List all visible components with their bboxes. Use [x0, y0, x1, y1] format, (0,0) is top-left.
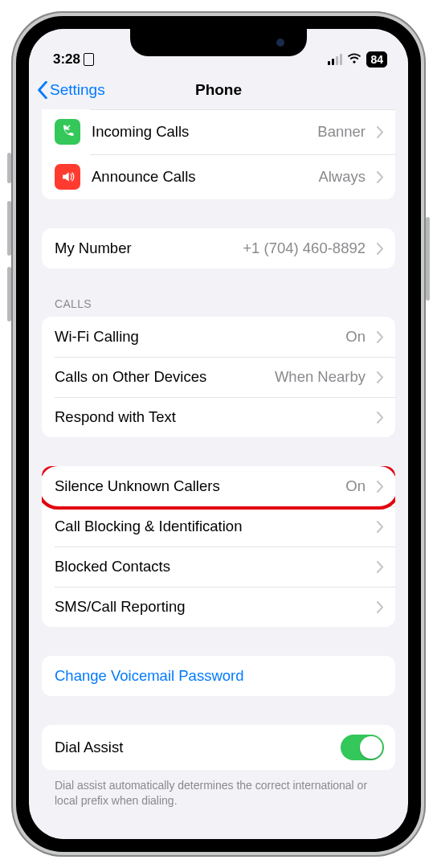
status-time: 3:28: [53, 51, 80, 68]
row-wifi-calling[interactable]: Wi-Fi Calling On: [42, 317, 395, 357]
row-label: Announce Calls: [92, 168, 307, 186]
chevron-right-icon: [377, 601, 384, 613]
battery-indicator: 84: [366, 51, 387, 68]
phone-incoming-icon: [55, 119, 80, 145]
chevron-right-icon: [377, 126, 384, 138]
row-dial-assist[interactable]: Dial Assist: [42, 725, 395, 770]
row-label: Silence Unknown Callers: [55, 477, 334, 495]
phone-frame: 3:28 84 Settings Phone: [11, 11, 426, 857]
nav-bar: Settings Phone: [29, 71, 408, 109]
row-my-number[interactable]: My Number +1 (704) 460-8892: [42, 228, 395, 268]
chevron-right-icon: [377, 561, 384, 573]
row-calls-other-devices[interactable]: Calls on Other Devices When Nearby: [42, 357, 395, 397]
chevron-right-icon: [377, 243, 384, 255]
row-value: Banner: [317, 123, 366, 141]
dial-assist-footer: Dial assist automatically determines the…: [29, 773, 408, 809]
row-label: My Number: [55, 240, 231, 257]
cell-signal-icon: [328, 54, 342, 65]
back-button[interactable]: Settings: [37, 81, 105, 99]
row-announce-calls[interactable]: Announce Calls Always: [42, 154, 395, 199]
row-value: Always: [318, 168, 366, 186]
section-header-calls: Calls: [29, 297, 408, 317]
row-value: +1 (704) 460-8892: [243, 240, 366, 257]
row-label: Wi-Fi Calling: [55, 328, 334, 346]
row-label: Calls on Other Devices: [55, 368, 263, 386]
row-change-voicemail-password[interactable]: Change Voicemail Password: [42, 656, 395, 696]
row-silence-unknown-callers[interactable]: Silence Unknown Callers On: [42, 466, 395, 506]
blocking-group: Silence Unknown Callers On Call Blocking…: [42, 466, 395, 627]
row-label: Dial Assist: [55, 739, 329, 756]
sim-icon: [84, 53, 94, 66]
chevron-right-icon: [377, 171, 384, 183]
chevron-right-icon: [377, 371, 384, 383]
row-blocked-contacts[interactable]: Blocked Contacts: [42, 547, 395, 587]
chevron-right-icon: [377, 331, 384, 343]
row-label: Respond with Text: [55, 408, 366, 426]
row-respond-with-text[interactable]: Respond with Text: [42, 397, 395, 437]
announce-icon: [55, 164, 80, 190]
row-sms-call-reporting[interactable]: SMS/Call Reporting: [42, 587, 395, 627]
row-incoming-calls[interactable]: Incoming Calls Banner: [42, 109, 395, 154]
row-label: Call Blocking & Identification: [55, 518, 366, 535]
row-label: Blocked Contacts: [55, 558, 366, 575]
row-call-blocking-identification[interactable]: Call Blocking & Identification: [42, 506, 395, 547]
row-label: Change Voicemail Password: [55, 667, 384, 685]
row-label: SMS/Call Reporting: [55, 598, 366, 616]
dial-assist-switch[interactable]: [341, 735, 384, 760]
screen: 3:28 84 Settings Phone: [29, 29, 408, 839]
chevron-left-icon: [37, 81, 48, 99]
row-value: On: [345, 477, 366, 495]
chevron-right-icon: [377, 481, 384, 493]
row-value: When Nearby: [275, 368, 366, 386]
row-label: Incoming Calls: [92, 123, 306, 141]
chevron-right-icon: [377, 411, 384, 424]
chevron-right-icon: [377, 521, 384, 533]
wifi-icon: [347, 51, 361, 68]
row-value: On: [345, 328, 366, 346]
notch: [130, 29, 307, 56]
back-label: Settings: [50, 81, 105, 99]
